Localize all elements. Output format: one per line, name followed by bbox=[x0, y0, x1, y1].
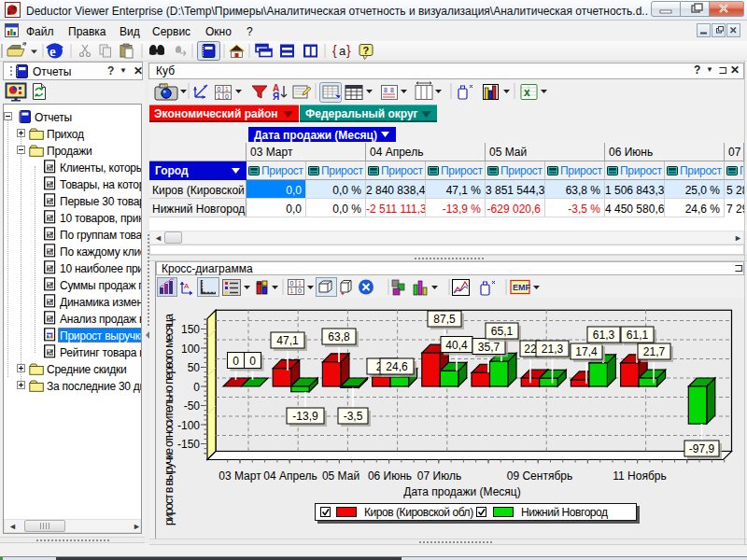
svg-text:24,6: 24,6 bbox=[386, 360, 408, 373]
svg-text:21,7: 21,7 bbox=[643, 345, 666, 358]
svg-text:-13,9: -13,9 bbox=[292, 410, 318, 423]
svg-text:1: 1 bbox=[290, 287, 294, 294]
svg-text:63,8: 63,8 bbox=[328, 330, 350, 343]
svg-text:0: 0 bbox=[290, 280, 294, 287]
svg-text:17,4: 17,4 bbox=[575, 345, 598, 358]
svg-text:0: 0 bbox=[193, 381, 200, 394]
svg-text:03 Март: 03 Март bbox=[218, 469, 261, 483]
svg-text:150: 150 bbox=[181, 323, 200, 336]
svg-text:Я: Я bbox=[273, 91, 279, 102]
svg-text:Дата продажи (Месяц): Дата продажи (Месяц) bbox=[403, 485, 520, 498]
svg-text:35,7: 35,7 bbox=[478, 341, 500, 354]
svg-text:04 Апрель: 04 Апрель bbox=[263, 469, 317, 483]
svg-text:09 Сентябрь: 09 Сентябрь bbox=[507, 469, 572, 483]
svg-text:0: 0 bbox=[298, 287, 302, 294]
svg-text:0: 0 bbox=[218, 86, 221, 92]
svg-text:-97,9: -97,9 bbox=[689, 442, 715, 455]
svg-text:-150: -150 bbox=[177, 438, 200, 451]
svg-text:1: 1 bbox=[225, 86, 229, 92]
svg-text:21,3: 21,3 bbox=[542, 343, 564, 356]
svg-text:50: 50 bbox=[188, 361, 201, 374]
svg-text:0: 0 bbox=[233, 355, 239, 368]
svg-text:11 Ноябрь: 11 Ноябрь bbox=[613, 469, 666, 483]
svg-text:61,3: 61,3 bbox=[593, 329, 615, 342]
svg-text:EMF: EMF bbox=[513, 283, 531, 292]
svg-text:8: 8 bbox=[390, 87, 394, 93]
svg-text:8: 8 bbox=[384, 87, 388, 93]
svg-text:А: А bbox=[184, 282, 190, 290]
svg-text:06 Июнь: 06 Июнь bbox=[368, 469, 412, 483]
svg-text:0: 0 bbox=[249, 355, 256, 368]
svg-text:40,4: 40,4 bbox=[445, 339, 468, 352]
svg-text:-50: -50 bbox=[184, 399, 201, 413]
svg-text:?: ? bbox=[363, 45, 370, 56]
svg-text:47,1: 47,1 bbox=[276, 334, 299, 347]
svg-text:22: 22 bbox=[524, 343, 537, 356]
svg-text:05 Май: 05 Май bbox=[322, 469, 359, 483]
svg-text:-100: -100 bbox=[177, 419, 200, 432]
svg-text:1: 1 bbox=[218, 93, 221, 100]
svg-text:07 Июль: 07 Июль bbox=[417, 469, 461, 483]
svg-text:61,1: 61,1 bbox=[627, 329, 649, 342]
svg-text:a: a bbox=[339, 44, 346, 58]
svg-text:{: { bbox=[332, 43, 337, 58]
svg-text:рирост в выручке относительно: рирост в выручке относительно первого ме… bbox=[162, 314, 176, 525]
svg-text:x: x bbox=[524, 86, 530, 99]
svg-text:-3,5: -3,5 bbox=[344, 410, 363, 423]
svg-text:0: 0 bbox=[225, 93, 229, 100]
svg-text:87,5: 87,5 bbox=[433, 313, 456, 326]
svg-text:1: 1 bbox=[298, 280, 302, 287]
svg-text:}: } bbox=[346, 43, 351, 58]
svg-text:100: 100 bbox=[181, 343, 200, 356]
svg-text:65,1: 65,1 bbox=[491, 325, 514, 338]
